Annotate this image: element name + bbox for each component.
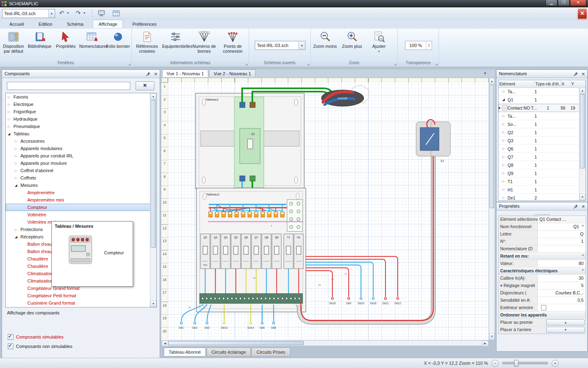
equipotentielles-button[interactable]: Equipotentielles bbox=[162, 29, 189, 59]
red-socket-wire[interactable] bbox=[301, 153, 433, 321]
column-header[interactable]: Y bbox=[570, 80, 586, 88]
expand-icon[interactable] bbox=[502, 106, 508, 110]
expand-icon[interactable] bbox=[15, 169, 20, 173]
expand-icon[interactable] bbox=[8, 103, 13, 106]
tree-item[interactable]: Appareils pour conduit IRL bbox=[6, 152, 150, 159]
property-row[interactable]: Calibre In(A): 30 ^ bbox=[499, 275, 586, 282]
column-header[interactable]: Type-nb d'él... bbox=[535, 80, 561, 88]
checkbox[interactable] bbox=[8, 343, 13, 349]
sheet-tab[interactable]: Circuits Prises bbox=[252, 348, 290, 357]
property-value[interactable] bbox=[538, 245, 586, 252]
view-tab[interactable]: Vue 2 - Nouveau 1 bbox=[209, 70, 255, 77]
window-minimize-button[interactable]: ▁ bbox=[546, 0, 557, 6]
zoom-moins-button[interactable]: Zoom moins bbox=[312, 29, 338, 59]
property-value[interactable]: 0,5 bbox=[538, 297, 586, 304]
expand-icon[interactable] bbox=[15, 147, 20, 150]
bibliotheque-button[interactable]: Bibliothèque bbox=[27, 29, 52, 59]
numeros-bornes-button[interactable]: Numéros de bornes bbox=[191, 29, 218, 59]
expand-icon[interactable] bbox=[15, 162, 20, 165]
close-icon[interactable]: ✕ bbox=[154, 70, 158, 78]
scroll-right-icon[interactable]: ▶ bbox=[482, 341, 488, 346]
checkbox[interactable] bbox=[541, 305, 546, 310]
canvas-vertical-scrollbar[interactable]: ▲ ▼ bbox=[489, 78, 495, 340]
enedis-connection[interactable]: enedis bbox=[321, 85, 369, 106]
expand-icon[interactable] bbox=[8, 110, 13, 114]
pin-icon[interactable] bbox=[573, 71, 578, 76]
chevron-down-icon[interactable]: ▼ bbox=[48, 9, 55, 18]
scroll-down-icon[interactable]: ▼ bbox=[150, 301, 156, 307]
expand-icon[interactable] bbox=[502, 155, 508, 159]
schematic-drawing-surface[interactable]: Tableau1 Q1 bbox=[168, 83, 489, 340]
spinner-arrows-icon[interactable]: ▲▼ bbox=[426, 41, 432, 49]
expand-icon[interactable] bbox=[502, 196, 508, 200]
scrollbar-thumb[interactable] bbox=[580, 94, 585, 168]
property-row[interactable]: Placer à l'arrière ^ bbox=[499, 326, 586, 334]
chevron-up-icon[interactable]: ^ bbox=[582, 268, 584, 272]
column-header[interactable]: X bbox=[561, 80, 570, 88]
sheet-tab[interactable]: Circuits éclairage bbox=[207, 348, 251, 357]
transparency-spinner[interactable]: 100 % ▲▼ bbox=[405, 41, 432, 50]
nomenclature-row[interactable]: ▶ H1 1 bbox=[499, 186, 579, 194]
scrollbar-thumb[interactable] bbox=[490, 85, 494, 208]
property-row[interactable]: Placer au premie ^ bbox=[499, 319, 586, 326]
nomenclature-row[interactable]: ▶ Q6 1 bbox=[499, 145, 579, 153]
clear-filter-button[interactable]: ✕ bbox=[136, 81, 154, 90]
tree-item[interactable]: Favoris bbox=[6, 93, 150, 101]
reorder-button[interactable] bbox=[546, 319, 585, 325]
redo-dropdown-icon[interactable]: ▼ bbox=[83, 11, 86, 14]
property-row[interactable]: Caractéristiques électriques ^ bbox=[499, 267, 586, 275]
tableau2-panel[interactable]: Tableau2 Q240AQ3Q4Q5Q6Q7Q8Q9T1H1 bbox=[196, 188, 306, 312]
nomenclature-row[interactable]: ▶ Q7 1 bbox=[499, 153, 579, 161]
tree-item[interactable]: Electrique bbox=[6, 101, 150, 108]
ribbon-tab[interactable]: Préférences bbox=[127, 20, 162, 28]
ribbon-tab[interactable]: Edition bbox=[33, 20, 58, 28]
tree-item[interactable]: Coffrets bbox=[6, 174, 150, 182]
tree-item[interactable]: Ampèremètre mini bbox=[6, 196, 150, 204]
chevron-up-icon[interactable]: ^ bbox=[582, 254, 584, 258]
property-value[interactable]: Courbes B,C... bbox=[538, 289, 586, 296]
nomenclature-row[interactable]: ▶ Ta... 1 bbox=[499, 88, 579, 96]
property-value[interactable]: 1 bbox=[538, 238, 586, 245]
ribbon-tab[interactable]: Accueil bbox=[4, 20, 29, 28]
nomenclature-scrollbar[interactable]: ▲ ▼ bbox=[579, 88, 586, 200]
column-header[interactable]: Elément bbox=[499, 80, 535, 88]
property-row[interactable]: Retard en ms: ^ bbox=[499, 253, 586, 260]
expand-icon[interactable] bbox=[502, 130, 508, 134]
tree-item[interactable]: Accessoires bbox=[6, 137, 150, 145]
property-row[interactable]: Réglage magnét 5 ^ bbox=[499, 282, 586, 289]
points-connexion-button[interactable]: Points de connexion bbox=[219, 29, 246, 59]
expand-icon[interactable] bbox=[8, 117, 13, 121]
ajuster-button[interactable]: 100% Ajuster ▼ bbox=[366, 29, 392, 59]
tree-item[interactable]: Mesures bbox=[6, 182, 150, 189]
nomenclature-row[interactable]: ▶ Q2 1 bbox=[499, 128, 579, 137]
folio-bornier-button[interactable]: Folio bornier bbox=[105, 29, 131, 59]
dialog-launcher-icon[interactable]: ◢ bbox=[128, 63, 130, 65]
property-row[interactable]: Valeur: 80 ^ bbox=[499, 260, 586, 267]
property-row[interactable]: N°: 1 ^ bbox=[499, 238, 586, 245]
scrollbar-thumb[interactable] bbox=[168, 341, 304, 345]
expand-icon[interactable] bbox=[502, 171, 508, 175]
expand-icon[interactable] bbox=[15, 228, 20, 231]
open-schema-selector[interactable]: Test-IRL-03.sch ▼ bbox=[255, 41, 305, 50]
dialog-launcher-icon[interactable]: ◢ bbox=[245, 63, 247, 65]
expand-icon[interactable] bbox=[502, 180, 508, 183]
file-selector[interactable]: Test-IRL-03.sch ▼ bbox=[2, 9, 55, 18]
tableau1-panel[interactable]: Tableau1 Q1 bbox=[196, 93, 304, 189]
undo-dropdown-icon[interactable]: ▼ bbox=[67, 11, 69, 14]
references-croisees-button[interactable]: Références croisées bbox=[134, 29, 160, 59]
dialog-launcher-icon[interactable]: ◢ bbox=[394, 63, 396, 65]
property-row[interactable]: Sensibilité en A: 0,5 ^ bbox=[499, 297, 586, 304]
expand-icon[interactable] bbox=[15, 235, 20, 239]
chevron-down-icon[interactable]: ▼ bbox=[366, 49, 392, 54]
window-maximize-button[interactable]: ❐ bbox=[558, 0, 570, 6]
ribbon-tab[interactable]: Affichage bbox=[93, 20, 123, 28]
scrollbar-thumb[interactable] bbox=[151, 100, 156, 248]
component-search-input[interactable] bbox=[7, 82, 130, 90]
document-close-button[interactable]: ✕ bbox=[577, 8, 587, 19]
expand-icon[interactable] bbox=[502, 122, 508, 126]
nomenclature-row[interactable]: ▶ Q1 1 bbox=[499, 96, 579, 104]
scroll-left-icon[interactable]: ◀ bbox=[162, 341, 168, 346]
expand-icon[interactable] bbox=[15, 184, 20, 187]
expand-icon[interactable] bbox=[15, 139, 20, 143]
checkbox[interactable] bbox=[8, 334, 13, 340]
